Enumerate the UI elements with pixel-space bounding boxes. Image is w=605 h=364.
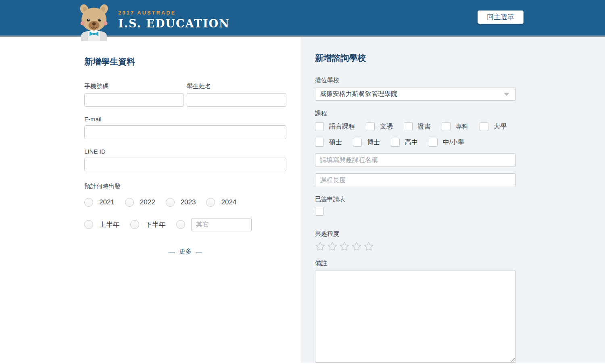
radio-icon[interactable] bbox=[130, 220, 139, 229]
notes-textarea[interactable] bbox=[315, 270, 516, 363]
radio-icon[interactable] bbox=[166, 198, 175, 207]
checkbox-label: 專科 bbox=[456, 123, 469, 131]
app-header: 2017 AUSTRADE I.S. EDUCATION 回主選單 bbox=[0, 0, 605, 37]
checkbox-icon[interactable] bbox=[366, 122, 375, 131]
star-icon[interactable] bbox=[315, 241, 325, 252]
signed-form-checkbox[interactable] bbox=[315, 207, 324, 216]
checkbox-label: 證書 bbox=[418, 123, 431, 131]
star-icon[interactable] bbox=[351, 241, 362, 252]
checkbox-icon[interactable] bbox=[442, 122, 451, 131]
checkbox-certificate[interactable]: 證書 bbox=[404, 122, 431, 131]
radio-label: 上半年 bbox=[99, 220, 120, 229]
phone-input[interactable] bbox=[84, 93, 184, 107]
radio-other[interactable] bbox=[176, 218, 252, 231]
departure-half-row: 上半年 下半年 bbox=[84, 218, 286, 231]
course-options-row-2: 碩士 博士 高中 中/小學 bbox=[315, 137, 516, 147]
courses-label: 課程 bbox=[315, 110, 516, 117]
checkbox-language-course[interactable]: 語言課程 bbox=[315, 122, 355, 131]
student-form-title: 新增學生資料 bbox=[84, 56, 286, 67]
star-icon[interactable] bbox=[363, 241, 374, 252]
notes-label: 備註 bbox=[315, 260, 516, 267]
more-link[interactable]: — 更多 — bbox=[84, 248, 286, 256]
radio-year-2022[interactable]: 2022 bbox=[125, 198, 155, 207]
more-link-label: 更多 bbox=[179, 248, 192, 256]
email-input[interactable] bbox=[84, 125, 286, 139]
dash-decoration: — bbox=[169, 248, 175, 256]
checkbox-label: 大學 bbox=[494, 123, 507, 131]
interest-rating bbox=[315, 241, 516, 252]
radio-icon[interactable] bbox=[176, 220, 185, 229]
checkbox-label: 博士 bbox=[367, 138, 380, 147]
radio-label: 下半年 bbox=[145, 220, 166, 229]
checkbox-master[interactable]: 碩士 bbox=[315, 138, 342, 147]
student-name-label: 學生姓名 bbox=[187, 83, 286, 90]
school-form-title: 新增諮詢學校 bbox=[315, 52, 516, 64]
radio-year-2024[interactable]: 2024 bbox=[206, 198, 236, 207]
chevron-down-icon bbox=[504, 93, 509, 96]
course-options-row-1: 語言課程 文憑 證書 專科 大學 bbox=[315, 122, 516, 131]
phone-label: 手機號碼 bbox=[84, 83, 184, 90]
radio-icon[interactable] bbox=[206, 198, 215, 207]
checkbox-high-school[interactable]: 高中 bbox=[391, 138, 418, 147]
course-length-input[interactable] bbox=[315, 173, 516, 187]
checkbox-label: 高中 bbox=[405, 138, 418, 147]
dash-decoration: — bbox=[196, 248, 202, 256]
radio-label: 2021 bbox=[99, 198, 115, 206]
checkbox-icon[interactable] bbox=[429, 138, 438, 147]
interest-course-input[interactable] bbox=[315, 153, 516, 167]
radio-icon[interactable] bbox=[84, 220, 93, 229]
departure-label: 預計何時出發 bbox=[84, 183, 286, 190]
brand-subtitle: 2017 AUSTRADE bbox=[118, 10, 230, 16]
radio-second-half[interactable]: 下半年 bbox=[130, 220, 166, 229]
student-form-panel: 新增學生資料 手機號碼 學生姓名 E-mail LINE ID 預計何時 bbox=[0, 37, 300, 363]
student-name-input[interactable] bbox=[187, 93, 286, 107]
checkbox-diploma[interactable]: 文憑 bbox=[366, 122, 393, 131]
booth-school-selected-value: 威廉安格力斯餐飲管理學院 bbox=[320, 90, 397, 98]
line-id-input[interactable] bbox=[84, 158, 286, 171]
checkbox-label: 碩士 bbox=[329, 138, 342, 147]
checkbox-university[interactable]: 大學 bbox=[480, 122, 507, 131]
checkbox-icon[interactable] bbox=[353, 138, 362, 147]
radio-year-2023[interactable]: 2023 bbox=[166, 198, 196, 207]
other-departure-input[interactable] bbox=[191, 218, 252, 231]
checkbox-label: 語言課程 bbox=[329, 123, 355, 131]
booth-school-label: 攤位學校 bbox=[315, 77, 516, 84]
checkbox-label: 中/小學 bbox=[443, 138, 464, 147]
radio-label: 2024 bbox=[221, 198, 236, 206]
email-label: E-mail bbox=[84, 116, 286, 123]
radio-year-2021[interactable]: 2021 bbox=[84, 198, 115, 207]
main-menu-button[interactable]: 回主選單 bbox=[478, 10, 524, 24]
radio-icon[interactable] bbox=[125, 198, 134, 207]
departure-year-row: 2021 2022 2023 2024 bbox=[84, 196, 286, 209]
checkbox-associate[interactable]: 專科 bbox=[442, 122, 469, 131]
checkbox-label: 文憑 bbox=[380, 123, 393, 131]
line-id-label: LINE ID bbox=[84, 148, 286, 155]
signed-form-label: 已簽申請表 bbox=[315, 196, 516, 203]
school-form-panel: 新增諮詢學校 攤位學校 威廉安格力斯餐飲管理學院 課程 語言課程 文憑 bbox=[300, 37, 605, 363]
radio-label: 2023 bbox=[181, 198, 196, 206]
star-icon[interactable] bbox=[327, 241, 338, 252]
brand-title: I.S. EDUCATION bbox=[118, 17, 230, 30]
checkbox-primary-school[interactable]: 中/小學 bbox=[429, 138, 464, 147]
interest-level-label: 興趣程度 bbox=[315, 230, 516, 238]
brand-logo: 2017 AUSTRADE I.S. EDUCATION bbox=[118, 10, 230, 30]
wombat-mascot-icon bbox=[77, 3, 111, 41]
radio-label: 2022 bbox=[140, 198, 155, 206]
main-area: 新增學生資料 手機號碼 學生姓名 E-mail LINE ID 預計何時 bbox=[0, 37, 605, 363]
checkbox-phd[interactable]: 博士 bbox=[353, 138, 380, 147]
checkbox-icon[interactable] bbox=[315, 122, 324, 131]
booth-school-select[interactable]: 威廉安格力斯餐飲管理學院 bbox=[315, 87, 516, 101]
checkbox-icon[interactable] bbox=[391, 138, 400, 147]
checkbox-icon[interactable] bbox=[404, 122, 413, 131]
star-icon[interactable] bbox=[339, 241, 350, 252]
checkbox-icon[interactable] bbox=[480, 122, 488, 131]
radio-first-half[interactable]: 上半年 bbox=[84, 220, 120, 229]
radio-icon[interactable] bbox=[84, 198, 93, 207]
checkbox-icon[interactable] bbox=[315, 138, 324, 147]
